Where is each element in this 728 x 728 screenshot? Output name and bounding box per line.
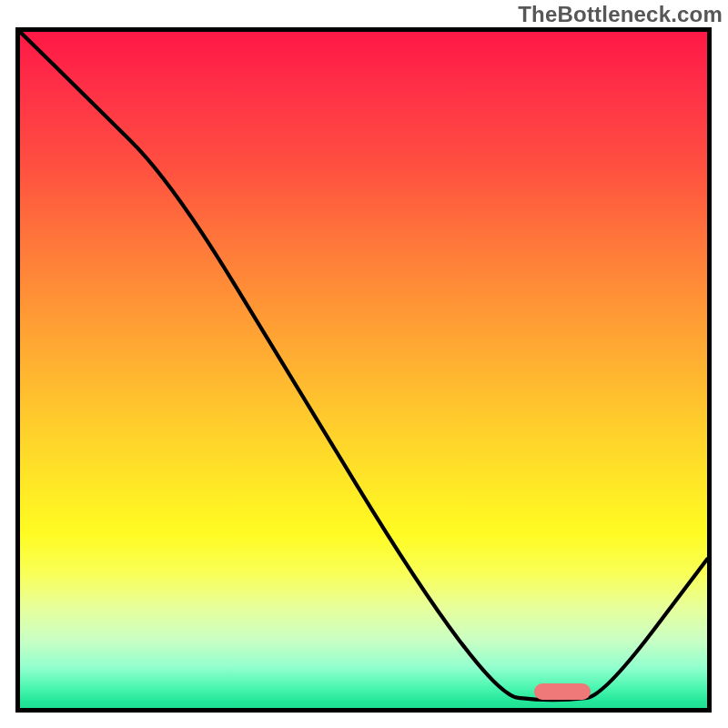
watermark-text: TheBottleneck.com — [518, 2, 723, 27]
plot-area — [15, 27, 712, 713]
chart-frame: TheBottleneck.com — [0, 0, 728, 728]
bottleneck-curve — [20, 32, 707, 708]
optimal-marker — [534, 683, 591, 700]
